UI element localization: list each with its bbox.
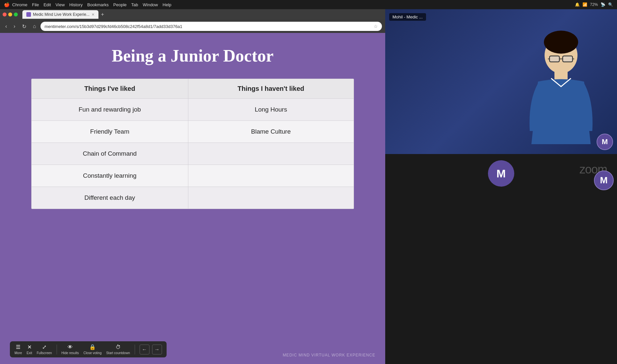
svg-rect-4 xyxy=(563,56,573,62)
start-countdown-button[interactable]: ⏱ Start countdown xyxy=(106,344,130,355)
participant-avatar: M xyxy=(597,134,613,150)
exit-icon: ✕ xyxy=(27,344,32,350)
menu-chrome[interactable]: Chrome xyxy=(12,2,27,7)
menu-window[interactable]: Window xyxy=(143,2,158,7)
minimize-window-button[interactable] xyxy=(8,13,12,16)
mac-status-icons: 🔔 📶 72% 📡 🔍 xyxy=(575,2,613,7)
active-tab[interactable]: Medic Mind Live Work Experie... ✕ xyxy=(22,10,98,19)
hide-results-button[interactable]: 👁 Hide results xyxy=(62,344,79,355)
zoom-m-avatar: M xyxy=(594,170,614,190)
menu-file[interactable]: File xyxy=(32,2,39,7)
close-voting-button[interactable]: 🔒 Close voting xyxy=(83,344,101,355)
table-row: Friendly Team Blame Culture xyxy=(32,121,354,143)
zoom-bottom: M zoom M xyxy=(385,154,617,193)
participant-label: Mohil - Medic ... xyxy=(389,13,426,21)
address-bar-icons: ☆ xyxy=(374,24,378,29)
traffic-lights xyxy=(3,13,18,16)
comparison-table: Things I've liked Things I haven't liked… xyxy=(31,79,354,209)
liked-cell: Chain of Command xyxy=(32,143,188,165)
menu-view[interactable]: View xyxy=(56,2,65,7)
menu-people[interactable]: People xyxy=(113,2,126,7)
menu-edit[interactable]: Edit xyxy=(43,2,51,7)
browser-window: Medic Mind Live Work Experie... ✕ + ‹ › … xyxy=(0,9,385,364)
mac-menu-bar: 🍎 Chrome File Edit View History Bookmark… xyxy=(4,2,172,7)
hamburger-icon: ☰ xyxy=(16,344,20,350)
toolbar-nav: ← → xyxy=(140,345,162,354)
col2-header: Things I haven't liked xyxy=(188,79,354,99)
prev-slide-button[interactable]: ← xyxy=(140,345,149,354)
toolbar-divider xyxy=(57,345,57,354)
menu-bookmarks[interactable]: Bookmarks xyxy=(87,2,109,7)
video-background xyxy=(385,9,617,154)
address-bar[interactable]: mentimeter.com/s/15b3d97d299cfd46cb508c2… xyxy=(40,22,382,31)
apple-icon: 🍎 xyxy=(4,2,10,7)
home-button[interactable]: ⌂ xyxy=(31,23,38,30)
liked-cell: Different each day xyxy=(32,187,188,209)
exit-button[interactable]: ✕ Exit xyxy=(27,344,32,355)
close-window-button[interactable] xyxy=(3,13,7,16)
slide-title: Being a Junior Doctor xyxy=(112,46,274,65)
more-button[interactable]: ☰ More xyxy=(14,344,22,355)
fullscreen-icon: ⤢ xyxy=(42,344,46,350)
url-text: mentimeter.com/s/15b3d97d299cfd46cb508c2… xyxy=(44,24,182,29)
reload-button[interactable]: ↻ xyxy=(20,23,28,30)
not-liked-cell: Blame Culture xyxy=(188,121,354,143)
maximize-window-button[interactable] xyxy=(14,13,18,16)
col1-header: Things I've liked xyxy=(32,79,188,99)
new-tab-button[interactable]: + xyxy=(100,12,105,17)
back-button[interactable]: ‹ xyxy=(3,23,9,30)
browser-tab-bar: Medic Mind Live Work Experie... ✕ + xyxy=(0,9,385,20)
table-row: Fun and rewarding job Long Hours xyxy=(32,99,354,121)
menu-tab[interactable]: Tab xyxy=(131,2,138,7)
branding-text: MEDIC MIND VIRTUAL WORK EXPERIENCE xyxy=(283,353,375,357)
zoom-panel: Mohil - Medic ... M M zoom M xyxy=(385,9,617,194)
table-row: Chain of Command xyxy=(32,143,354,165)
toolbar-divider2 xyxy=(135,345,135,354)
tab-favicon xyxy=(26,12,31,17)
not-liked-cell xyxy=(188,143,354,165)
liked-cell: Fun and rewarding job xyxy=(32,99,188,121)
not-liked-cell xyxy=(188,187,354,209)
address-bar-row: ‹ › ↻ ⌂ mentimeter.com/s/15b3d97d299cfd4… xyxy=(0,20,385,33)
page-content: Being a Junior Doctor Things I've liked … xyxy=(0,33,385,364)
mac-top-bar: 🍎 Chrome File Edit View History Bookmark… xyxy=(0,0,617,9)
menu-history[interactable]: History xyxy=(69,2,83,7)
liked-cell: Constantly learning xyxy=(32,165,188,187)
timer-icon: ⏱ xyxy=(116,344,121,350)
not-liked-cell: Long Hours xyxy=(188,99,354,121)
zoom-video-area: Mohil - Medic ... M xyxy=(385,9,617,154)
svg-rect-3 xyxy=(550,56,559,62)
fullscreen-button[interactable]: ⤢ Fullscreen xyxy=(37,344,52,355)
liked-cell: Friendly Team xyxy=(32,121,188,143)
zoom-large-avatar: M xyxy=(488,160,514,187)
table-row: Constantly learning xyxy=(32,165,354,187)
eye-off-icon: 👁 xyxy=(67,344,73,350)
bottom-toolbar: ☰ More ✕ Exit ⤢ Fullscreen 👁 Hide result… xyxy=(10,341,167,357)
mac-menus: Chrome File Edit View History Bookmarks … xyxy=(12,2,172,7)
tab-label: Medic Mind Live Work Experie... xyxy=(33,12,90,17)
svg-point-2 xyxy=(544,31,578,54)
branding: MEDIC MIND VIRTUAL WORK EXPERIENCE xyxy=(283,353,375,357)
tab-list: Medic Mind Live Work Experie... ✕ + xyxy=(22,10,383,19)
menu-help[interactable]: Help xyxy=(163,2,172,7)
table-row: Different each day xyxy=(32,187,354,209)
lock-icon: 🔒 xyxy=(89,344,96,350)
tab-close-button[interactable]: ✕ xyxy=(92,13,94,17)
svg-rect-1 xyxy=(554,70,568,80)
not-liked-cell xyxy=(188,165,354,187)
forward-button[interactable]: › xyxy=(12,23,17,30)
person-silhouette xyxy=(518,29,604,154)
bookmark-icon[interactable]: ☆ xyxy=(374,24,378,29)
next-slide-button[interactable]: → xyxy=(152,345,162,354)
